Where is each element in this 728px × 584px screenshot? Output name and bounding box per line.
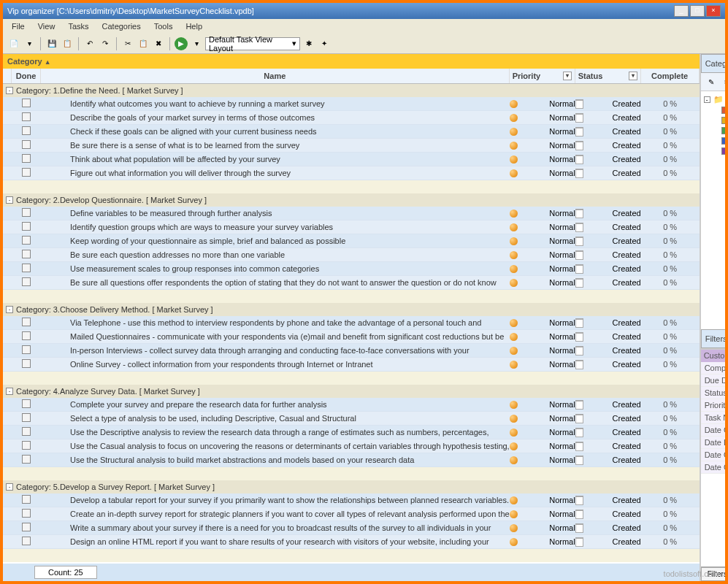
task-row[interactable]: Select a type of analysis to be used, in… <box>3 412 700 426</box>
dropdown-icon[interactable]: ▾ <box>629 72 637 80</box>
chevron-down-icon[interactable]: ▾ <box>190 37 203 50</box>
column-name[interactable]: Name <box>41 69 510 83</box>
task-row[interactable]: Write a summary about your survey if the… <box>3 521 700 535</box>
column-complete[interactable]: Complete <box>641 69 700 83</box>
column-status[interactable]: Status▾ <box>575 69 641 83</box>
collapse-icon[interactable]: - <box>6 483 13 491</box>
group-row[interactable]: -Category: 2.Develop Questionnaire. [ Ma… <box>3 193 700 207</box>
toolbar-wand-icon[interactable]: ✱ <box>302 37 315 50</box>
dropdown-icon[interactable]: ▾ <box>563 72 572 80</box>
layout-selector[interactable]: Default Task View Layout ▾ <box>205 37 300 50</box>
group-row[interactable]: -Category: 3.Choose Delivery Method. [ M… <box>3 303 700 316</box>
task-row[interactable]: Be sure all questions offer respondents … <box>3 276 700 290</box>
done-checkbox[interactable] <box>22 399 31 408</box>
done-checkbox[interactable] <box>22 236 31 245</box>
toolbar-arrow-icon[interactable]: ▶ <box>175 37 188 50</box>
task-row[interactable]: Design an online HTML report if you want… <box>3 535 700 549</box>
expand-icon[interactable]: - <box>704 96 710 103</box>
group-row[interactable]: -Category: 1.Define the Need. [ Market S… <box>3 84 700 97</box>
done-checkbox[interactable] <box>22 523 31 531</box>
tree-btn-icon[interactable]: ✎ <box>705 75 718 88</box>
task-row[interactable]: Use the Casual analysis to focus on unco… <box>3 439 700 453</box>
done-checkbox[interactable] <box>22 537 31 545</box>
collapse-icon[interactable]: - <box>6 388 13 395</box>
menu-tasks[interactable]: Tasks <box>62 20 94 32</box>
done-checkbox[interactable] <box>22 140 31 149</box>
task-row[interactable]: Be sure each question addresses no more … <box>3 248 700 262</box>
menu-tools[interactable]: Tools <box>148 20 179 32</box>
done-checkbox[interactable] <box>22 441 31 450</box>
collapse-icon[interactable]: - <box>6 196 13 204</box>
tree-item[interactable]: 5.Develop a Survey Repo44 <box>704 146 725 156</box>
task-row[interactable]: Describe the goals of your market survey… <box>3 111 700 125</box>
done-checkbox[interactable] <box>22 509 31 518</box>
filter-row[interactable]: Priority▾ <box>701 399 725 412</box>
done-checkbox[interactable] <box>22 168 31 177</box>
menu-help[interactable]: Help <box>180 20 208 32</box>
done-checkbox[interactable] <box>22 455 31 464</box>
column-priority[interactable]: Priority▾ <box>510 69 575 83</box>
toolbar-redo-icon[interactable]: ↷ <box>99 37 112 50</box>
filter-row[interactable]: Due Date▾ <box>701 374 725 387</box>
task-row[interactable]: Check if these goals can be aligned with… <box>3 125 700 139</box>
chevron-down-icon[interactable]: ▾ <box>23 37 36 50</box>
toolbar-new-icon[interactable]: 📄 <box>7 37 20 50</box>
filter-row[interactable]: Task Name▾ <box>701 412 725 424</box>
filter-row[interactable]: Status▾ <box>701 387 725 399</box>
task-row[interactable]: Complete your survey and prepare the res… <box>3 398 700 412</box>
task-row[interactable]: Identify what outcomes you want to achie… <box>3 97 700 111</box>
collapse-icon[interactable]: - <box>6 306 13 313</box>
done-checkbox[interactable] <box>22 222 31 231</box>
done-checkbox[interactable] <box>22 277 31 286</box>
done-checkbox[interactable] <box>22 331 31 340</box>
filter-row[interactable]: Completion▾ <box>701 362 725 374</box>
collapse-icon[interactable]: - <box>6 87 13 94</box>
tree-item[interactable]: 4.Analyze Survey Data.55 <box>704 136 725 146</box>
done-checkbox[interactable] <box>22 427 31 436</box>
group-row[interactable]: -Category: 4.Analyze Survey Data. [ Mark… <box>3 385 700 398</box>
categories-tree[interactable]: - 📁 Market Survey 2525 1.Define the Need… <box>701 91 725 329</box>
task-row[interactable]: Create an in-depth survey report for str… <box>3 507 700 521</box>
filter-row[interactable]: Date Opened▾ <box>701 449 725 461</box>
task-row[interactable]: In-person Interviews - collect survey da… <box>3 344 700 358</box>
toolbar-tool-icon[interactable]: ✦ <box>318 37 331 50</box>
task-row[interactable]: Be sure there is a sense of what is to b… <box>3 139 700 153</box>
menu-categories[interactable]: Categories <box>96 20 147 32</box>
minimize-button[interactable]: _ <box>674 5 689 17</box>
done-checkbox[interactable] <box>22 264 31 272</box>
task-row[interactable]: Use measurement scales to group response… <box>3 262 700 276</box>
tree-item[interactable]: 2.Develop Questionnaire.66 <box>704 115 725 126</box>
done-checkbox[interactable] <box>22 112 31 121</box>
filter-row[interactable]: Date Last Modifie▾ <box>701 437 725 449</box>
done-checkbox[interactable] <box>22 413 31 422</box>
filter-mode[interactable]: Custom ▾ ✱ ✖ <box>701 350 725 362</box>
task-row[interactable]: Develop a tabular report for your survey… <box>3 493 700 507</box>
tree-btn-icon[interactable]: ✂ <box>721 75 725 88</box>
toolbar-cut-icon[interactable]: ✂ <box>121 37 134 50</box>
done-checkbox[interactable] <box>22 345 31 354</box>
done-checkbox[interactable] <box>22 208 31 217</box>
close-button[interactable]: × <box>706 5 721 17</box>
task-row[interactable]: Identify question groups which are ways … <box>3 220 700 234</box>
toolbar-paste-icon[interactable]: 📋 <box>137 37 150 50</box>
done-checkbox[interactable] <box>22 154 31 163</box>
done-checkbox[interactable] <box>22 318 31 326</box>
task-row[interactable]: Use the Structural analysis to build mar… <box>3 453 700 467</box>
task-row[interactable]: Mailed Questionnaires - communicate with… <box>3 330 700 344</box>
toolbar-save-icon[interactable]: 💾 <box>45 37 58 50</box>
toolbar-undo-icon[interactable]: ↶ <box>83 37 96 50</box>
tree-item[interactable]: 3.Choose Delivery Metho44 <box>704 126 725 136</box>
menu-file[interactable]: File <box>6 20 31 32</box>
done-checkbox[interactable] <box>22 250 31 258</box>
task-row[interactable]: Figure out what information you will del… <box>3 166 700 180</box>
tree-item[interactable]: 1.Define the Need.66 <box>704 105 725 115</box>
done-checkbox[interactable] <box>22 495 31 504</box>
filter-row[interactable]: Date Created▾ <box>701 424 725 437</box>
task-row[interactable]: Online Survey - collect information from… <box>3 358 700 372</box>
task-row[interactable]: Define variables to be measured through … <box>3 207 700 220</box>
maximize-button[interactable]: □ <box>690 5 705 17</box>
tree-root[interactable]: - 📁 Market Survey 2525 <box>704 94 725 105</box>
menu-view[interactable]: View <box>32 20 61 32</box>
task-row[interactable]: Use the Descriptive analysis to review t… <box>3 426 700 439</box>
task-row[interactable]: Think about what population will be affe… <box>3 153 700 166</box>
